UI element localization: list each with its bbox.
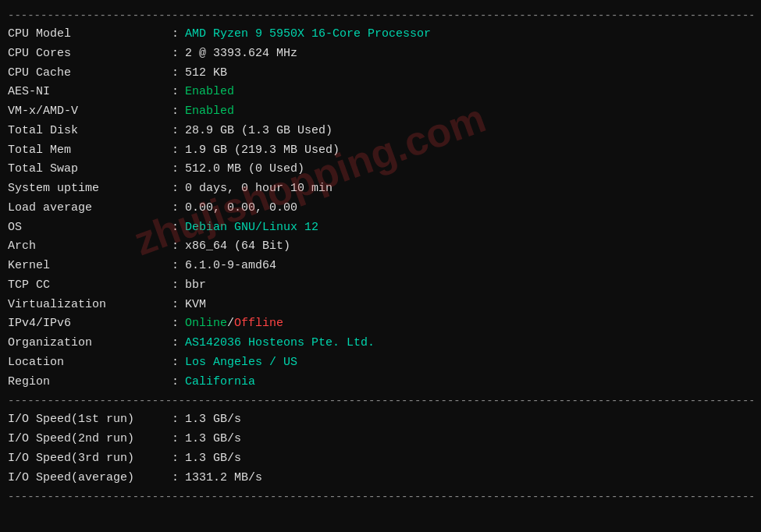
table-row: TCP CC : bbr — [8, 276, 753, 296]
table-row: Load average : 0.00, 0.00, 0.00 — [8, 199, 753, 218]
table-row: Organization : AS142036 Hosteons Pte. Lt… — [8, 334, 753, 353]
table-row: I/O Speed(1st run) : 1.3 GB/s — [8, 410, 753, 430]
table-row: I/O Speed(average) : 1331.2 MB/s — [8, 469, 753, 488]
label-io-1: I/O Speed(1st run) — [8, 410, 172, 430]
label-io-2: I/O Speed(2nd run) — [8, 430, 172, 449]
value-kernel: 6.1.0-9-amd64 — [185, 257, 276, 276]
table-row: IPv4/IPv6 : Online / Offline — [8, 314, 753, 334]
value-total-swap: 512.0 MB (0 Used) — [185, 160, 304, 179]
table-row: Total Mem : 1.9 GB (219.3 MB Used) — [8, 141, 753, 161]
table-row: Total Disk : 28.9 GB (1.3 GB Used) — [8, 122, 753, 141]
label-tcp-cc: TCP CC — [8, 276, 172, 296]
label-os: OS — [8, 218, 172, 238]
table-row: Arch : x86_64 (64 Bit) — [8, 237, 753, 257]
value-uptime: 0 days, 0 hour 10 min — [185, 179, 332, 199]
table-row: AES-NI : Enabled — [8, 83, 753, 102]
value-io-avg: 1331.2 MB/s — [185, 469, 262, 488]
bottom-divider: ----------------------------------------… — [8, 491, 753, 503]
label-region: Region — [8, 373, 172, 392]
value-load-avg: 0.00, 0.00, 0.00 — [185, 199, 297, 218]
top-divider: ----------------------------------------… — [8, 9, 753, 22]
label-total-mem: Total Mem — [8, 141, 172, 161]
value-aes-ni: Enabled — [185, 83, 234, 102]
label-vmx: VM-x/AMD-V — [8, 102, 172, 122]
value-arch: x86_64 (64 Bit) — [185, 237, 290, 257]
table-row: CPU Model : AMD Ryzen 9 5950X 16-Core Pr… — [8, 25, 753, 44]
label-cpu-cache: CPU Cache — [8, 64, 172, 83]
label-cpu-cores: CPU Cores — [8, 44, 172, 64]
label-io-3: I/O Speed(3rd run) — [8, 449, 172, 469]
value-io-3: 1.3 GB/s — [185, 449, 241, 469]
value-total-mem: 1.9 GB (219.3 MB Used) — [185, 141, 340, 161]
label-kernel: Kernel — [8, 257, 172, 276]
value-org: AS142036 Hosteons Pte. Ltd. — [185, 334, 375, 353]
value-io-2: 1.3 GB/s — [185, 430, 241, 449]
table-row: Region : California — [8, 373, 753, 392]
value-region: California — [185, 373, 255, 392]
table-row: Total Swap : 512.0 MB (0 Used) — [8, 160, 753, 179]
table-row: I/O Speed(2nd run) : 1.3 GB/s — [8, 430, 753, 449]
table-row: System uptime : 0 days, 0 hour 10 min — [8, 179, 753, 199]
value-ipv4: Online — [185, 314, 227, 334]
label-location: Location — [8, 353, 172, 373]
value-total-disk: 28.9 GB (1.3 GB Used) — [185, 122, 332, 141]
label-load-avg: Load average — [8, 199, 172, 218]
label-aes-ni: AES-NI — [8, 83, 172, 102]
label-ipv4-ipv6: IPv4/IPv6 — [8, 314, 172, 334]
value-tcp-cc: bbr — [185, 276, 206, 296]
value-os: Debian GNU/Linux 12 — [185, 218, 318, 238]
label-io-avg: I/O Speed(average) — [8, 469, 172, 488]
label-uptime: System uptime — [8, 179, 172, 199]
table-row: OS : Debian GNU/Linux 12 — [8, 218, 753, 238]
value-io-1: 1.3 GB/s — [185, 410, 241, 430]
label-cpu-model: CPU Model — [8, 25, 172, 44]
label-arch: Arch — [8, 237, 172, 257]
label-total-disk: Total Disk — [8, 122, 172, 141]
value-vmx: Enabled — [185, 102, 234, 122]
value-virt: KVM — [185, 296, 206, 315]
value-ipv6: Offline — [234, 314, 283, 334]
label-virt: Virtualization — [8, 296, 172, 315]
table-row: Location : Los Angeles / US — [8, 353, 753, 373]
table-row: Virtualization : KVM — [8, 296, 753, 315]
label-org: Organization — [8, 334, 172, 353]
terminal: zhujishopping.com ----------------------… — [0, 0, 761, 512]
table-row: VM-x/AMD-V : Enabled — [8, 102, 753, 122]
mid-divider: ----------------------------------------… — [8, 395, 753, 407]
value-cpu-cache: 512 KB — [185, 64, 227, 83]
label-total-swap: Total Swap — [8, 160, 172, 179]
table-row: CPU Cache : 512 KB — [8, 64, 753, 83]
table-row: I/O Speed(3rd run) : 1.3 GB/s — [8, 449, 753, 469]
value-location: Los Angeles / US — [185, 353, 297, 373]
value-cpu-model: AMD Ryzen 9 5950X 16-Core Processor — [185, 25, 431, 44]
table-row: CPU Cores : 2 @ 3393.624 MHz — [8, 44, 753, 64]
table-row: Kernel : 6.1.0-9-amd64 — [8, 257, 753, 276]
value-cpu-cores: 2 @ 3393.624 MHz — [185, 44, 297, 64]
